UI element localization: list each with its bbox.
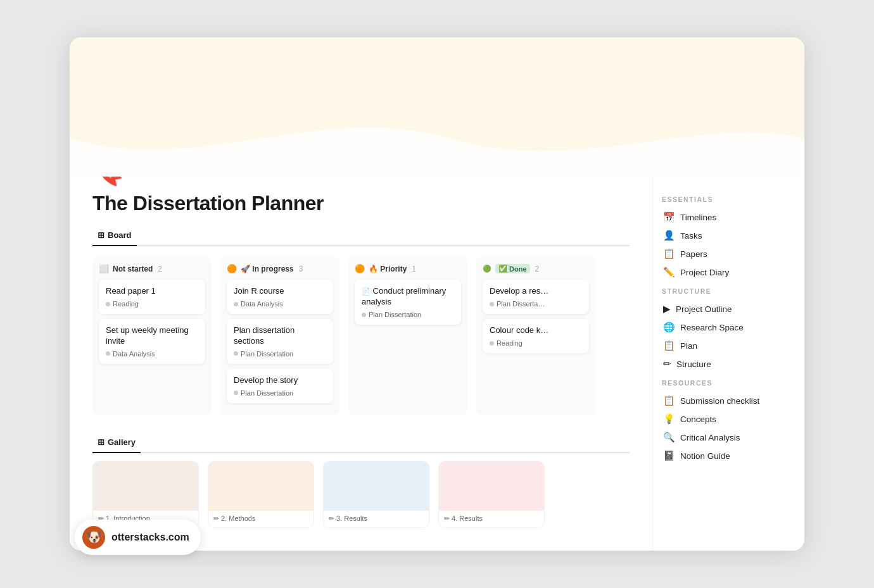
tag-label: Data Analysis bbox=[241, 300, 283, 308]
gallery-area: ✏ 1. Introduction ✏ 2. Methods ✏ 3. Resu… bbox=[92, 461, 630, 528]
structure-section-label: STRUCTURE bbox=[659, 287, 792, 295]
branding-icon: 🐶 bbox=[82, 526, 105, 549]
card-title: Develop the story bbox=[234, 375, 326, 386]
tag-label: Plan Disserta… bbox=[497, 300, 545, 308]
sidebar-item-label: Plan bbox=[680, 341, 697, 351]
sidebar-item-timelines[interactable]: 📅 Timelines bbox=[659, 208, 792, 226]
right-sidebar: ESSENTIALS 📅 Timelines 👤 Tasks 📋 Papers … bbox=[652, 177, 804, 551]
tag-label: Plan Dissertation bbox=[369, 311, 421, 318]
content-area: 🔖 The Dissertation Planner ⊞ Board ⬜ Not… bbox=[70, 177, 804, 551]
col-header-in-progress: 🟠 🚀 In progress 3 bbox=[227, 264, 333, 273]
list-item[interactable]: ✏ 1. Introduction bbox=[92, 461, 199, 528]
gallery-tab-label: Gallery bbox=[108, 437, 136, 447]
app-window: 🔖 The Dissertation Planner ⊞ Board ⬜ Not… bbox=[70, 37, 804, 551]
priority-dot: 🟠 bbox=[355, 264, 365, 273]
col-header-not-started: ⬜ Not started 2 bbox=[99, 264, 205, 273]
card-tag: Data Analysis bbox=[106, 350, 198, 358]
project-outline-icon: ▶ bbox=[663, 303, 671, 315]
tag-label: Reading bbox=[113, 300, 139, 308]
card-title: 📄 Conduct preliminary analysis bbox=[362, 286, 454, 308]
table-row[interactable]: Colour code k… Reading bbox=[483, 319, 589, 353]
tag-dot bbox=[362, 313, 366, 317]
priority-count: 1 bbox=[412, 265, 416, 273]
tag-label: Data Analysis bbox=[113, 350, 155, 358]
gallery-thumb bbox=[93, 461, 198, 511]
timelines-icon: 📅 bbox=[663, 211, 675, 223]
page-icon: 🔖 bbox=[92, 177, 630, 185]
project-diary-icon: ✏️ bbox=[663, 266, 675, 278]
tag-dot bbox=[234, 351, 238, 356]
papers-icon: 📋 bbox=[663, 248, 675, 260]
table-row[interactable]: 📄 Conduct preliminary analysis Plan Diss… bbox=[355, 280, 461, 325]
tag-dot bbox=[234, 302, 238, 306]
kanban-col-done: 🟢 ✅ Done 2 Develop a res… Plan Disserta… bbox=[476, 256, 595, 416]
done-count: 2 bbox=[535, 265, 540, 273]
not-started-count: 2 bbox=[158, 265, 162, 273]
sidebar-item-tasks[interactable]: 👤 Tasks bbox=[659, 227, 792, 244]
table-row[interactable]: Join R course Data Analysis bbox=[227, 280, 333, 314]
done-check-icon: ✅ bbox=[498, 265, 507, 273]
sidebar-item-plan[interactable]: 📋 Plan bbox=[659, 337, 792, 354]
table-row[interactable]: Set up weekly meeting invite Data Analys… bbox=[99, 319, 205, 364]
critical-analysis-icon: 🔍 bbox=[663, 432, 675, 443]
in-progress-dot: 🟠 bbox=[227, 264, 237, 273]
sidebar-item-structure[interactable]: ✏ Structure bbox=[659, 355, 792, 373]
card-tag: Plan Dissertation bbox=[234, 389, 326, 397]
sidebar-item-project-diary[interactable]: ✏️ Project Diary bbox=[659, 263, 792, 281]
card-tag: Plan Dissertation bbox=[362, 311, 454, 318]
tab-gallery[interactable]: ⊞ Gallery bbox=[92, 435, 141, 453]
main-section: 🔖 The Dissertation Planner ⊞ Board ⬜ Not… bbox=[70, 177, 652, 551]
table-row[interactable]: Develop a res… Plan Disserta… bbox=[483, 280, 589, 314]
col-header-priority: 🟠 🔥 Priority 1 bbox=[355, 264, 461, 273]
card-title: Develop a res… bbox=[490, 286, 582, 297]
sidebar-item-project-outline[interactable]: ▶ Project Outline bbox=[659, 300, 792, 318]
card-tag: Data Analysis bbox=[234, 300, 326, 308]
kanban-col-priority: 🟠 🔥 Priority 1 📄 Conduct preliminary ana… bbox=[348, 256, 467, 416]
gallery-label: ✏ 4. Results bbox=[439, 511, 544, 527]
concepts-icon: 💡 bbox=[663, 413, 675, 425]
structure-icon: ✏ bbox=[663, 358, 671, 370]
board-tab-icon: ⊞ bbox=[98, 230, 104, 240]
header-area bbox=[70, 37, 804, 177]
col-header-done: 🟢 ✅ Done 2 bbox=[483, 264, 589, 273]
board-tab-label: Board bbox=[108, 230, 132, 240]
wave-decoration bbox=[70, 101, 804, 177]
sidebar-item-critical-analysis[interactable]: 🔍 Critical Analysis bbox=[659, 428, 792, 446]
sidebar-item-notion-guide[interactable]: 📓 Notion Guide bbox=[659, 447, 792, 465]
priority-label: 🔥 Priority bbox=[369, 265, 407, 273]
sidebar-item-label: Timelines bbox=[680, 213, 716, 222]
not-started-label: Not started bbox=[113, 265, 153, 273]
gallery-label: ✏ 2. Methods bbox=[208, 511, 314, 527]
sidebar-item-label: Research Space bbox=[680, 323, 744, 332]
tag-dot bbox=[106, 302, 110, 306]
sidebar-item-label: Notion Guide bbox=[680, 451, 730, 461]
card-title: Colour code k… bbox=[490, 325, 582, 336]
tag-dot bbox=[234, 391, 238, 395]
tag-dot bbox=[490, 341, 494, 346]
tag-label: Plan Dissertation bbox=[241, 350, 293, 358]
resources-section-label: RESOURCES bbox=[659, 379, 792, 387]
tasks-icon: 👤 bbox=[663, 230, 675, 241]
list-item[interactable]: ✏ 4. Results bbox=[438, 461, 545, 528]
list-item[interactable]: ✏ 2. Methods bbox=[208, 461, 314, 528]
card-tag: Reading bbox=[106, 300, 198, 308]
sidebar-item-concepts[interactable]: 💡 Concepts bbox=[659, 410, 792, 428]
table-row[interactable]: Develop the story Plan Dissertation bbox=[227, 369, 333, 403]
gallery-thumb bbox=[208, 461, 314, 511]
tab-board[interactable]: ⊞ Board bbox=[92, 228, 137, 246]
card-title: Set up weekly meeting invite bbox=[106, 325, 198, 347]
essentials-section-label: ESSENTIALS bbox=[659, 196, 792, 203]
sidebar-item-label: Submission checklist bbox=[680, 396, 759, 406]
sidebar-item-label: Structure bbox=[676, 360, 711, 369]
sidebar-item-research-space[interactable]: 🌐 Research Space bbox=[659, 318, 792, 336]
kanban-col-not-started: ⬜ Not started 2 Read paper 1 Reading Set… bbox=[92, 256, 212, 416]
sidebar-item-papers[interactable]: 📋 Papers bbox=[659, 245, 792, 263]
card-title: Join R course bbox=[234, 286, 326, 297]
table-row[interactable]: Plan dissertation sections Plan Disserta… bbox=[227, 319, 333, 364]
table-row[interactable]: Read paper 1 Reading bbox=[99, 280, 205, 314]
list-item[interactable]: ✏ 3. Results bbox=[323, 461, 429, 528]
card-tag: Plan Dissertation bbox=[234, 350, 326, 358]
board-tabs-row: ⊞ Board bbox=[92, 228, 630, 246]
sidebar-item-submission-checklist[interactable]: 📋 Submission checklist bbox=[659, 392, 792, 410]
in-progress-count: 3 bbox=[299, 265, 303, 273]
